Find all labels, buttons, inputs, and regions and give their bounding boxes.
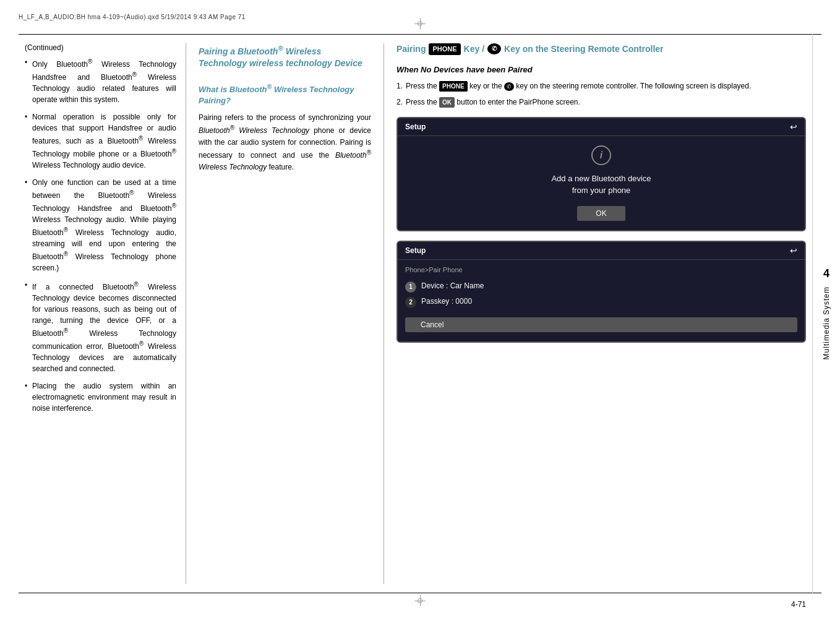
col2-sub-heading: What is Bluetooth® Wireless Technology P… — [199, 82, 371, 107]
list-item: Only Bluetooth® Wireless Technology Hand… — [25, 57, 176, 105]
end-call-inline-icon: ✆ — [504, 82, 514, 91]
setup-message-1: Add a new Bluetooth devicefrom your phon… — [404, 173, 799, 197]
main-content: (Continued) Only Bluetooth® Wireless Tec… — [25, 43, 806, 584]
header-filename: H_LF_A,B_AUDIO:BH hma 4-109~(Audio).qxd … — [19, 14, 246, 20]
pair-num-1: 1 — [405, 281, 416, 293]
page-border-bottom — [19, 593, 821, 593]
end-call-icon: ✆ — [487, 43, 501, 54]
setup-cancel-button[interactable]: Cancel — [405, 317, 797, 332]
pair-label-2: Passkey : 0000 — [421, 296, 472, 307]
heading-key-rest: Key on the Steering Remote Controller — [504, 43, 663, 56]
pair-item-1: 1 Device : Car Name — [405, 281, 797, 293]
page-header: H_LF_A,B_AUDIO:BH hma 4-109~(Audio).qxd … — [19, 0, 821, 34]
continued-label: (Continued) — [25, 43, 176, 52]
col3-main-heading: Pairing PHONE Key / ✆ Key on the Steerin… — [396, 43, 806, 56]
column-1: (Continued) Only Bluetooth® Wireless Tec… — [25, 43, 186, 584]
list-item: Normal operation is possible only for de… — [25, 111, 176, 171]
setup-back-icon-2: ↩ — [790, 246, 797, 255]
setup-breadcrumb: Phone>Pair Phone — [405, 266, 797, 273]
setup-title-2: Setup — [405, 246, 426, 255]
setup-screen-1: Setup ↩ i Add a new Bluetooth devicefrom… — [396, 117, 806, 231]
pair-num-2: 2 — [405, 297, 416, 308]
list-item: Only one function can be used at a time … — [25, 177, 176, 273]
page-border-top — [19, 34, 821, 35]
column-3: Pairing PHONE Key / ✆ Key on the Steerin… — [384, 43, 806, 584]
setup-body-1: i Add a new Bluetooth devicefrom your ph… — [398, 136, 805, 230]
setup-screen-2: Setup ↩ Phone>Pair Phone 1 Device : Car … — [396, 241, 806, 343]
list-item: Placing the audio system within an elect… — [25, 380, 176, 414]
phone-key-badge: PHONE — [429, 43, 460, 55]
step-2-num: 2. — [396, 97, 403, 108]
col2-body-text: Pairing refers to the process of synchro… — [199, 112, 371, 173]
step-1-num: 1. — [396, 80, 403, 92]
setup-ok-button[interactable]: OK — [577, 206, 625, 221]
sidebar-page-number: 4 — [823, 267, 829, 280]
setup-titlebar-1: Setup ↩ — [398, 118, 805, 136]
italic-heading: When No Devices have been Paired — [396, 65, 806, 74]
ok-badge-inline: OK — [439, 97, 455, 108]
setup-title-1: Setup — [405, 122, 426, 131]
center-cross-bottom — [414, 594, 426, 607]
heading-key-slash: Key / — [464, 43, 484, 56]
pair-label-1: Device : Car Name — [421, 281, 484, 291]
pair-item-2: 2 Passkey : 0000 — [405, 296, 797, 308]
phone-badge-inline: PHONE — [439, 81, 468, 92]
col2-main-heading: Pairing a Bluetooth® Wireless Technology… — [199, 43, 371, 70]
column-2: Pairing a Bluetooth® Wireless Technology… — [186, 43, 384, 584]
info-icon: i — [591, 145, 611, 165]
page-number-bottom: 4-71 — [791, 600, 806, 609]
step-2: 2. Press the OK button to enter the Pair… — [396, 97, 806, 108]
list-item: If a connected Bluetooth® Wireless Techn… — [25, 280, 176, 374]
setup-body-2: Phone>Pair Phone 1 Device : Car Name 2 P… — [398, 260, 805, 341]
step-1: 1. Press the PHONE key or the ✆ key on t… — [396, 80, 806, 92]
bullet-list: Only Bluetooth® Wireless Technology Hand… — [25, 57, 176, 414]
setup-titlebar-2: Setup ↩ — [398, 242, 805, 260]
right-sidebar: 4 Multimedia System — [812, 34, 840, 593]
sidebar-section-label: Multimedia System — [822, 286, 831, 359]
setup-back-icon-1: ↩ — [790, 122, 797, 132]
heading-pairing-text: Pairing — [396, 43, 426, 56]
steps-list: 1. Press the PHONE key or the ✆ key on t… — [396, 80, 806, 108]
